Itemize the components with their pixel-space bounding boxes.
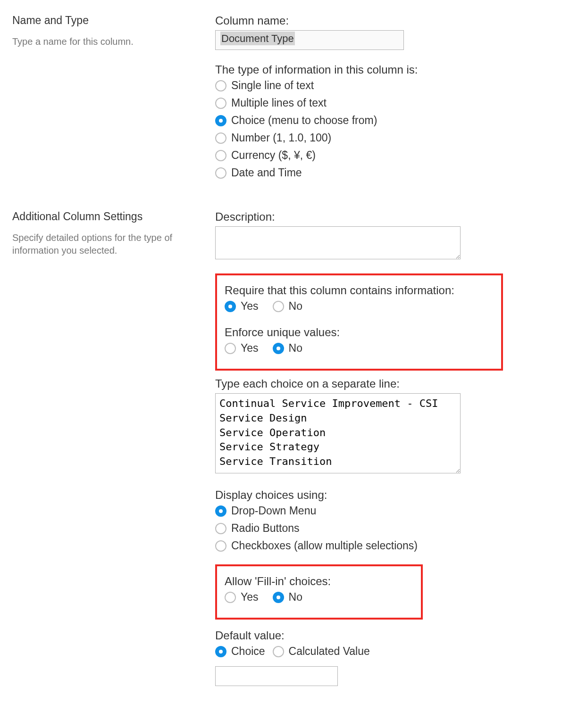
radio-icon — [215, 150, 226, 161]
default-value-input[interactable] — [215, 666, 338, 686]
description-block: Description: — [215, 210, 558, 261]
unique-no[interactable]: No — [273, 342, 302, 355]
radio-icon — [215, 132, 226, 144]
fillin-label: Allow 'Fill-in' choices: — [225, 575, 413, 588]
choices-block: Type each choice on a separate line: — [215, 377, 558, 475]
display-options: Drop-Down MenuRadio ButtonsCheckboxes (a… — [215, 505, 558, 552]
default-value-calc[interactable]: Calculated Value — [273, 645, 370, 658]
unique-label: Enforce unique values: — [225, 326, 494, 339]
display-label: Display choices using: — [215, 488, 558, 502]
unique-yes-label: Yes — [241, 342, 259, 355]
column-name-label: Column name: — [215, 14, 558, 27]
fillin-yes[interactable]: Yes — [225, 591, 259, 604]
display-option-1[interactable]: Radio Buttons — [215, 522, 558, 535]
default-value-calc-label: Calculated Value — [289, 645, 370, 658]
radio-icon — [273, 343, 284, 354]
section-left: Additional Column Settings Specify detai… — [12, 210, 215, 257]
type-info-options: Single line of textMultiple lines of tex… — [215, 79, 558, 179]
column-name-input[interactable]: Document Type — [215, 30, 404, 50]
description-label: Description: — [215, 210, 558, 223]
section-desc: Type a name for this column. — [12, 35, 206, 48]
radio-icon — [215, 540, 226, 552]
default-value-options: Choice Calculated Value — [215, 645, 558, 662]
type-info-label: The type of information in this column i… — [215, 63, 558, 76]
unique-yes[interactable]: Yes — [225, 342, 259, 355]
radio-icon — [273, 592, 284, 603]
fillin-block: Allow 'Fill-in' choices: Yes No — [225, 575, 413, 607]
fillin-no[interactable]: No — [273, 591, 302, 604]
fillin-options: Yes No — [225, 591, 413, 607]
type-option-0[interactable]: Single line of text — [215, 79, 558, 92]
default-value-choice-label: Choice — [231, 645, 265, 658]
radio-icon — [215, 167, 226, 179]
type-option-label: Date and Time — [231, 166, 302, 179]
type-option-4[interactable]: Currency ($, ¥, €) — [215, 149, 558, 162]
radio-icon — [215, 115, 226, 126]
display-block: Display choices using: Drop-Down MenuRad… — [215, 488, 558, 552]
choices-label: Type each choice on a separate line: — [215, 377, 558, 390]
description-textarea[interactable] — [215, 226, 461, 259]
require-yes[interactable]: Yes — [225, 300, 259, 313]
type-option-label: Currency ($, ¥, €) — [231, 149, 316, 162]
radio-icon — [215, 80, 226, 91]
require-no-label: No — [289, 300, 302, 313]
radio-icon — [215, 98, 226, 109]
section-title: Name and Type — [12, 14, 206, 27]
highlight-box-fillin: Allow 'Fill-in' choices: Yes No — [215, 564, 423, 620]
unique-block: Enforce unique values: Yes No — [225, 326, 494, 358]
display-option-label: Radio Buttons — [231, 522, 299, 535]
type-option-label: Choice (menu to choose from) — [231, 114, 377, 127]
radio-icon — [215, 646, 226, 657]
require-block: Require that this column contains inform… — [225, 284, 494, 316]
require-label: Require that this column contains inform… — [225, 284, 494, 297]
radio-icon — [225, 592, 236, 603]
default-value-block: Default value: Choice Calculated Value — [215, 629, 558, 686]
type-info-block: The type of information in this column i… — [215, 63, 558, 179]
section-name-and-type: Name and Type Type a name for this colum… — [12, 14, 558, 191]
section-additional-settings: Additional Column Settings Specify detai… — [12, 210, 558, 698]
radio-icon — [215, 505, 226, 517]
radio-icon — [225, 301, 236, 312]
type-option-label: Number (1, 1.0, 100) — [231, 132, 331, 144]
default-value-choice[interactable]: Choice — [215, 645, 265, 658]
fillin-no-label: No — [289, 591, 302, 604]
fillin-yes-label: Yes — [241, 591, 259, 604]
highlight-box-require-unique: Require that this column contains inform… — [215, 273, 503, 371]
type-option-3[interactable]: Number (1, 1.0, 100) — [215, 132, 558, 144]
choices-textarea[interactable] — [215, 393, 461, 473]
column-name-block: Column name: Document Type — [215, 14, 558, 50]
type-option-label: Multiple lines of text — [231, 97, 327, 109]
display-option-2[interactable]: Checkboxes (allow multiple selections) — [215, 539, 558, 552]
unique-no-label: No — [289, 342, 302, 355]
type-option-label: Single line of text — [231, 79, 314, 92]
section-title: Additional Column Settings — [12, 210, 206, 223]
section-left: Name and Type Type a name for this colum… — [12, 14, 215, 48]
radio-icon — [273, 301, 284, 312]
section-right: Description: Require that this column co… — [215, 210, 558, 698]
section-right: Column name: Document Type The type of i… — [215, 14, 558, 191]
column-name-value: Document Type — [220, 32, 295, 45]
display-option-label: Checkboxes (allow multiple selections) — [231, 539, 418, 552]
require-options: Yes No — [225, 300, 494, 316]
default-value-label: Default value: — [215, 629, 558, 642]
display-option-0[interactable]: Drop-Down Menu — [215, 505, 558, 517]
section-desc: Specify detailed options for the type of… — [12, 232, 206, 257]
type-option-1[interactable]: Multiple lines of text — [215, 97, 558, 109]
display-option-label: Drop-Down Menu — [231, 505, 316, 517]
unique-options: Yes No — [225, 342, 494, 358]
radio-icon — [273, 646, 284, 657]
require-yes-label: Yes — [241, 300, 259, 313]
type-option-5[interactable]: Date and Time — [215, 166, 558, 179]
radio-icon — [225, 343, 236, 354]
radio-icon — [215, 523, 226, 534]
type-option-2[interactable]: Choice (menu to choose from) — [215, 114, 558, 127]
require-no[interactable]: No — [273, 300, 302, 313]
